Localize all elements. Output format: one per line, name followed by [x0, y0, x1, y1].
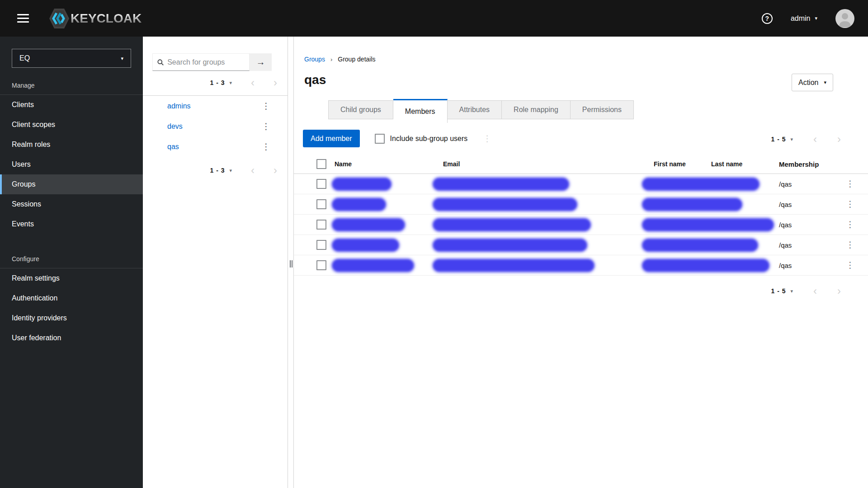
prev-page-icon[interactable]: ‹: [251, 165, 255, 176]
next-page-icon[interactable]: ›: [837, 134, 841, 145]
group-list-item: qas⋮: [143, 136, 288, 157]
pagination-range[interactable]: 1 - 3: [210, 79, 225, 86]
action-dropdown-button[interactable]: Action ▾: [792, 74, 833, 91]
row-checkbox[interactable]: [316, 220, 326, 230]
page-title: qas: [304, 73, 868, 87]
members-toolbar: Add member Include sub-group users ⋮ 1 -…: [303, 130, 868, 147]
header-first-name: First name: [654, 160, 711, 168]
next-page-icon[interactable]: ›: [274, 165, 277, 176]
pagination-range[interactable]: 1 - 5: [771, 287, 786, 295]
keycloak-logo: KEYCLOAK: [49, 7, 142, 30]
table-row: /qas⋮: [294, 215, 868, 235]
breadcrumb: Groups › Group details: [304, 56, 868, 63]
group-link-admins[interactable]: admins: [167, 102, 260, 110]
action-label: Action: [798, 79, 818, 87]
group-kebab-icon[interactable]: ⋮: [260, 141, 272, 152]
group-search-field[interactable]: [152, 53, 250, 71]
next-page-icon[interactable]: ›: [274, 77, 277, 88]
realm-selector[interactable]: EQ ▾: [12, 49, 131, 68]
tab-members[interactable]: Members: [393, 99, 448, 123]
chevron-down-icon[interactable]: ▾: [790, 136, 793, 142]
tab-attributes[interactable]: Attributes: [448, 100, 502, 119]
groups-pagination-top: 1 - 3 ▾ ‹ ›: [143, 77, 277, 88]
sidebar-item-sessions[interactable]: Sessions: [0, 194, 143, 214]
row-checkbox[interactable]: [316, 260, 326, 270]
group-link-qas[interactable]: qas: [167, 143, 260, 151]
sidebar-item-users[interactable]: Users: [0, 155, 143, 174]
drag-handle-icon[interactable]: [289, 260, 293, 267]
group-list-item: devs⋮: [143, 116, 288, 136]
group-kebab-icon[interactable]: ⋮: [260, 101, 272, 111]
person-icon: [835, 9, 854, 28]
row-checkbox[interactable]: [316, 240, 326, 250]
redacted-name: [332, 239, 399, 251]
sidebar-nav: ManageClientsClient scopesRealm rolesUse…: [0, 76, 143, 348]
sidebar-item-groups[interactable]: Groups: [0, 174, 143, 194]
group-list-item: admins⋮: [143, 96, 288, 116]
masthead: KEYCLOAK ? admin ▾: [0, 0, 868, 37]
pagination-range[interactable]: 1 - 3: [210, 167, 225, 174]
breadcrumb-current: Group details: [338, 56, 375, 63]
include-subgroups-checkbox[interactable]: [375, 134, 385, 144]
row-checkbox[interactable]: [316, 179, 326, 189]
chevron-down-icon: ▾: [824, 80, 826, 85]
group-link-devs[interactable]: devs: [167, 122, 260, 131]
nav-section-manage: Manage: [0, 76, 143, 94]
row-kebab-icon[interactable]: ⋮: [844, 178, 856, 189]
row-checkbox[interactable]: [316, 199, 326, 209]
sidebar: EQ ▾ ManageClientsClient scopesRealm rol…: [0, 37, 143, 488]
row-kebab-icon[interactable]: ⋮: [844, 219, 856, 230]
tab-permissions[interactable]: Permissions: [571, 100, 634, 119]
chevron-down-icon: ▾: [815, 15, 817, 21]
chevron-down-icon[interactable]: ▾: [229, 168, 232, 174]
breadcrumb-groups-link[interactable]: Groups: [304, 56, 325, 63]
keycloak-logo-icon: [49, 7, 70, 30]
redacted-email: [433, 239, 587, 251]
chevron-down-icon[interactable]: ▾: [790, 288, 793, 294]
pagination-range[interactable]: 1 - 5: [771, 136, 786, 143]
group-search-input[interactable]: [167, 58, 245, 66]
chevron-down-icon[interactable]: ▾: [229, 80, 232, 86]
tab-child-groups[interactable]: Child groups: [328, 100, 393, 119]
redacted-first-last-name: [642, 239, 758, 251]
row-kebab-icon[interactable]: ⋮: [844, 239, 856, 250]
add-member-button[interactable]: Add member: [303, 130, 360, 147]
next-page-icon[interactable]: ›: [837, 286, 841, 296]
sidebar-item-realm-roles[interactable]: Realm roles: [0, 135, 143, 155]
redacted-first-last-name: [642, 198, 742, 211]
sidebar-item-clients[interactable]: Clients: [0, 95, 143, 115]
select-all-checkbox[interactable]: [316, 159, 326, 169]
sidebar-item-authentication[interactable]: Authentication: [0, 288, 143, 308]
avatar[interactable]: [835, 9, 854, 28]
nav-gap: [0, 234, 143, 249]
sidebar-item-identity-providers[interactable]: Identity providers: [0, 308, 143, 328]
main-content: Groups › Group details qas Action ▾ Chil…: [294, 37, 868, 488]
prev-page-icon[interactable]: ‹: [251, 77, 255, 88]
redacted-email: [433, 219, 590, 231]
table-body: /qas⋮/qas⋮/qas⋮/qas⋮/qas⋮: [294, 174, 868, 276]
toolbar-kebab-icon[interactable]: ⋮: [481, 133, 493, 144]
nav-toggle-icon[interactable]: [17, 14, 29, 23]
sidebar-item-user-federation[interactable]: User federation: [0, 328, 143, 348]
search-submit-button[interactable]: →: [250, 53, 272, 71]
row-kebab-icon[interactable]: ⋮: [844, 198, 856, 210]
table-row: /qas⋮: [294, 194, 868, 215]
members-pagination-top: 1 - 5 ▾ ‹ ›: [771, 134, 841, 145]
membership-path: /qas: [779, 201, 836, 208]
help-icon[interactable]: ?: [762, 13, 773, 24]
chevron-down-icon: ▾: [121, 56, 123, 61]
sidebar-item-realm-settings[interactable]: Realm settings: [0, 268, 143, 288]
members-table: Name Email First name Last name Membersh…: [294, 155, 868, 276]
prev-page-icon[interactable]: ‹: [813, 286, 817, 296]
sidebar-item-client-scopes[interactable]: Client scopes: [0, 115, 143, 135]
group-kebab-icon[interactable]: ⋮: [260, 121, 272, 131]
row-kebab-icon[interactable]: ⋮: [844, 259, 856, 271]
sidebar-item-events[interactable]: Events: [0, 214, 143, 234]
header-email: Email: [443, 160, 654, 168]
arrow-right-icon: →: [256, 57, 265, 67]
tab-role-mapping[interactable]: Role mapping: [502, 100, 571, 119]
user-menu[interactable]: admin ▾: [791, 14, 817, 23]
panel-resize-divider[interactable]: [288, 37, 294, 488]
prev-page-icon[interactable]: ‹: [813, 134, 817, 145]
nav-section-configure: Configure: [0, 249, 143, 268]
